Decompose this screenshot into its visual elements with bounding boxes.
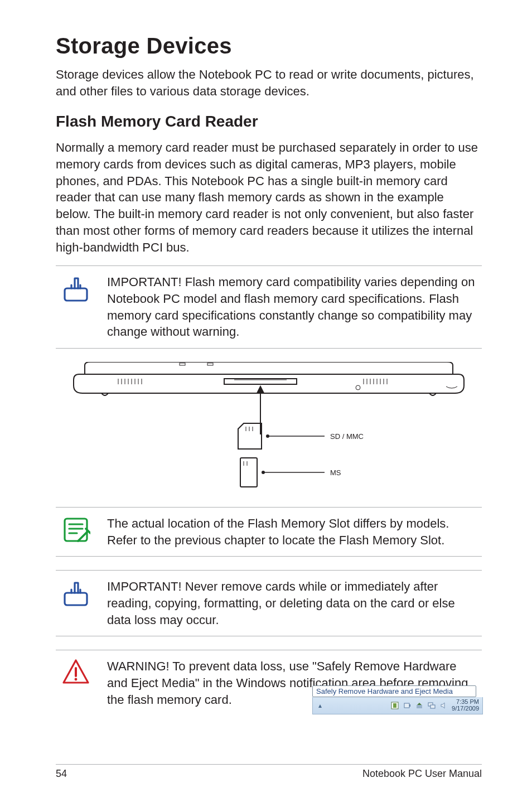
note-icon (61, 515, 90, 544)
svg-rect-45 (417, 705, 422, 708)
callout-text: IMPORTANT! Never remove cards while or i… (107, 579, 455, 626)
svg-rect-0 (65, 288, 87, 301)
hand-icon (61, 274, 90, 303)
intro-paragraph: Storage devices allow the Notebook PC to… (56, 66, 482, 99)
windows-system-tray: ▴ 7:35 PM 9/17/2009 (312, 697, 483, 714)
tray-date: 9/17/2009 (452, 706, 479, 712)
system-tray-screenshot: Safely Remove Hardware and Eject Media ▴… (312, 685, 483, 720)
note-callout-location: The actual location of the Flash Memory … (56, 507, 482, 557)
svg-rect-21 (207, 363, 213, 365)
hand-icon (61, 578, 90, 607)
page-heading: Storage Devices (56, 33, 482, 59)
action-center-icon (390, 701, 399, 710)
callout-text: The actual location of the Flash Memory … (107, 516, 449, 547)
page-footer: 54 Notebook PC User Manual (56, 764, 482, 780)
important-callout-remove: IMPORTANT! Never remove cards while or i… (56, 570, 482, 636)
ms-label: MS (330, 468, 341, 477)
important-callout-compatibility: IMPORTANT! Flash memory card compatibili… (56, 265, 482, 349)
svg-marker-23 (257, 386, 264, 393)
sd-mmc-label: SD / MMC (330, 432, 364, 441)
tray-overflow-icon: ▴ (316, 702, 324, 709)
subheading: Flash Memory Card Reader (56, 113, 482, 131)
warning-icon (61, 658, 90, 687)
volume-icon (439, 701, 448, 710)
body-paragraph: Normally a memory card reader must be pu… (56, 139, 482, 255)
callout-text: IMPORTANT! Flash memory card compatibili… (107, 275, 475, 339)
network-icon (427, 701, 436, 710)
laptop-card-slot-figure: SD / MMC MS (56, 362, 482, 490)
page-number: 54 (56, 768, 67, 780)
svg-rect-43 (404, 703, 409, 708)
svg-rect-48 (431, 705, 435, 708)
svg-point-19 (356, 385, 360, 390)
eject-media-icon (415, 701, 424, 710)
power-icon (403, 701, 412, 710)
tooltip-safely-remove: Safely Remove Hardware and Eject Media (312, 685, 476, 697)
svg-rect-20 (180, 363, 185, 365)
manual-title: Notebook PC User Manual (362, 768, 482, 780)
svg-marker-49 (441, 703, 444, 708)
svg-rect-38 (65, 593, 87, 605)
svg-rect-44 (409, 704, 410, 707)
svg-rect-34 (65, 519, 87, 541)
svg-rect-42 (393, 703, 396, 708)
svg-marker-46 (417, 703, 422, 705)
svg-rect-29 (240, 458, 257, 487)
svg-point-40 (75, 678, 78, 681)
